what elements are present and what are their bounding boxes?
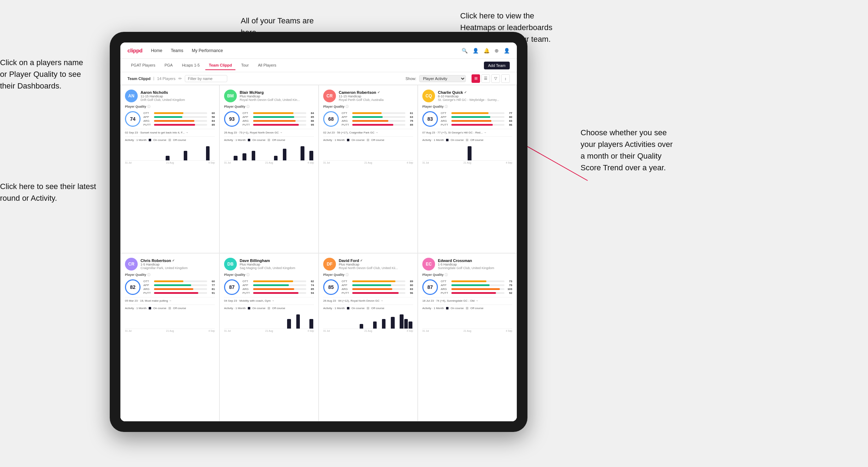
- quality-circle[interactable]: 85: [323, 279, 339, 295]
- stat-ott: OTT 89: [342, 280, 413, 283]
- avatar-icon[interactable]: 👤: [504, 48, 510, 53]
- quality-circle[interactable]: 82: [125, 279, 141, 295]
- latest-round[interactable]: 26 Aug 23 · 84 (+12), Royal North Devon …: [323, 297, 413, 302]
- player-hcp: 11-15 Handicap: [339, 95, 413, 98]
- avatar: BM: [224, 90, 237, 102]
- chart-label-end: 4 Sep: [407, 330, 413, 332]
- latest-round[interactable]: 07 Aug 23 · 77 (+7), St George's Hill GC…: [422, 129, 512, 134]
- stat-arg: ARG 103: [441, 287, 512, 291]
- stat-app: APP 80: [441, 115, 512, 119]
- latest-round[interactable]: 02 Jul 23 · 59 (+17), Craigmillar Park G…: [323, 129, 413, 134]
- filter-button[interactable]: ▽: [491, 74, 500, 83]
- edit-icon[interactable]: ✏: [178, 76, 182, 81]
- offcourse-label: Off course: [470, 307, 484, 310]
- oncourse-dot: [149, 307, 151, 309]
- player-card[interactable]: EC Edward Crossman 1-5 Handicap Sunningd…: [418, 253, 517, 421]
- player-card[interactable]: DB Dave Billingham Plus Handicap Sag Mag…: [219, 253, 319, 421]
- player-card[interactable]: CQ Charlie Quick ✓ 6-10 Handicap St. Geo…: [418, 85, 517, 253]
- stat-putt: PUTT 86: [441, 123, 512, 126]
- quality-stats: OTT 61 APP 63 ARG 75 PUTT 85: [342, 112, 413, 126]
- quality-circle[interactable]: 83: [422, 111, 438, 127]
- chart-label-start: 31 Jul: [422, 330, 429, 332]
- quality-label: Player Quality ⓘ: [323, 273, 413, 277]
- latest-round[interactable]: 18 Jul 23 · 74 (+4), Sunningdale GC - Ol…: [422, 297, 512, 302]
- activity-label: Activity · 1 Month: [125, 138, 147, 142]
- tab-hcaps[interactable]: Hcaps 1-5: [178, 61, 203, 70]
- add-team-button[interactable]: Add Team: [484, 62, 510, 69]
- tab-team-clippd[interactable]: Team Clippd: [205, 61, 235, 70]
- quality-section[interactable]: 87 OTT 73 APP 79 ARG 103 PU: [422, 279, 512, 295]
- sort-button[interactable]: ↕: [501, 74, 510, 83]
- latest-round[interactable]: 05 Mar 23 · 19, Must make putting →: [125, 297, 215, 302]
- nav-my-performance[interactable]: My Performance: [192, 48, 223, 53]
- chart-labels: 31 Jul 21 Aug 4 Sep: [125, 161, 215, 164]
- tab-pgat[interactable]: PGAT Players: [127, 61, 159, 70]
- quality-section[interactable]: 85 OTT 89 APP 80 ARG 83 PUT: [323, 279, 413, 295]
- grid-view-button[interactable]: ⊞: [472, 74, 480, 83]
- chart-label-end: 4 Sep: [506, 161, 512, 164]
- latest-round[interactable]: 04 Sep 23 · Mobility with coach, Gym →: [224, 297, 314, 302]
- settings-icon[interactable]: ⊕: [495, 48, 499, 53]
- tab-all-players[interactable]: All Players: [255, 61, 280, 70]
- notification-icon[interactable]: 🔔: [484, 48, 490, 53]
- chart-label-mid: 21 Aug: [166, 330, 174, 332]
- nav-home[interactable]: Home: [151, 48, 162, 53]
- player-club: St. George's Hill GC - Weybridge - Surre…: [438, 98, 512, 102]
- latest-round[interactable]: 02 Sep 23 · Sunset round to get back int…: [125, 129, 215, 134]
- player-card[interactable]: AN Aaron Nicholls 11-15 Handicap Drift G…: [120, 85, 219, 253]
- quality-circle[interactable]: 87: [422, 279, 438, 295]
- quality-section[interactable]: 87 OTT 82 APP 74 ARG 85 PUT: [224, 279, 314, 295]
- quality-section[interactable]: 93 OTT 84 APP 85 ARG 88 PUT: [224, 111, 314, 127]
- player-name[interactable]: Charlie Quick ✓: [438, 90, 512, 95]
- quality-circle[interactable]: 87: [224, 279, 240, 295]
- activity-header: Activity · 1 Month On course Off course: [224, 307, 314, 310]
- ipad-frame: clippd Home Teams My Performance 🔍 👤 🔔 ⊕…: [110, 32, 527, 432]
- player-name[interactable]: Blair McHarg: [240, 90, 314, 95]
- oncourse-label: On course: [252, 307, 265, 310]
- player-card[interactable]: BM Blair McHarg Plus Handicap Royal Nort…: [219, 85, 319, 253]
- player-name[interactable]: Chris Robertson ✓: [141, 258, 215, 263]
- player-info: Dave Billingham Plus Handicap Sag Maging…: [240, 258, 314, 270]
- profile-icon[interactable]: 👤: [473, 48, 479, 53]
- player-card[interactable]: CR Cameron Robertson ✓ 11-15 Handicap Ro…: [319, 85, 418, 253]
- offcourse-label: Off course: [272, 138, 285, 142]
- quality-section[interactable]: 74 OTT 60 APP 58 ARG 84 PUT: [125, 111, 215, 127]
- stat-arg: ARG 88: [242, 119, 314, 123]
- tab-tour[interactable]: Tour: [238, 61, 252, 70]
- quality-circle[interactable]: 68: [323, 111, 339, 127]
- show-select[interactable]: Player Activity Quality Score Trend: [419, 75, 466, 82]
- chart-label-start: 31 Jul: [125, 161, 132, 164]
- quality-section[interactable]: 82 OTT 60 APP 77 ARG 81 PUT: [125, 279, 215, 295]
- quality-circle[interactable]: 93: [224, 111, 240, 127]
- quality-section[interactable]: 68 OTT 61 APP 63 ARG 75 PUT: [323, 111, 413, 127]
- player-name[interactable]: Aaron Nicholls: [141, 90, 215, 95]
- stat-putt: PUTT 95: [242, 123, 314, 126]
- oncourse-dot: [248, 139, 250, 141]
- player-card[interactable]: CR Chris Robertson ✓ 1-5 Handicap Craigm…: [120, 253, 219, 421]
- activity-label: Activity · 1 Month: [224, 138, 246, 142]
- player-name[interactable]: Dave Billingham: [240, 258, 314, 263]
- quality-circle[interactable]: 74: [125, 111, 141, 127]
- quality-section[interactable]: 83 OTT 77 APP 80 ARG 83 PUT: [422, 111, 512, 127]
- oncourse-dot: [347, 307, 349, 309]
- stat-arg: ARG 75: [342, 119, 413, 123]
- search-icon[interactable]: 🔍: [462, 48, 468, 53]
- quality-stats: OTT 73 APP 79 ARG 103 PUTT 92: [441, 280, 512, 295]
- stat-ott: OTT 61: [342, 112, 413, 115]
- latest-round-callout: Click here to see their latestround or A…: [0, 181, 96, 204]
- tab-pga[interactable]: PGA: [161, 61, 176, 70]
- chart-label-mid: 21 Aug: [463, 161, 471, 164]
- filter-input[interactable]: [185, 75, 227, 82]
- toolbar: Team Clippd | 14 Players ✏ Show: Player …: [120, 72, 517, 85]
- player-card[interactable]: DF David Ford ✓ Plus Handicap Royal Nort…: [319, 253, 418, 421]
- activities-callout: Choose whether you seeyour players Activ…: [581, 127, 673, 173]
- player-name[interactable]: Edward Crossman: [438, 258, 512, 263]
- latest-round[interactable]: 26 Aug 23 · 73 (+1), Royal North Devon G…: [224, 129, 314, 134]
- player-name[interactable]: Cameron Robertson ✓: [339, 90, 413, 95]
- player-name[interactable]: David Ford ✓: [339, 258, 413, 263]
- nav-teams[interactable]: Teams: [171, 48, 183, 53]
- chart-label-mid: 21 Aug: [364, 161, 372, 164]
- activity-section: Activity · 1 Month On course Off course …: [422, 136, 512, 164]
- chart-label-end: 4 Sep: [308, 330, 314, 332]
- list-view-button[interactable]: ☰: [481, 74, 490, 83]
